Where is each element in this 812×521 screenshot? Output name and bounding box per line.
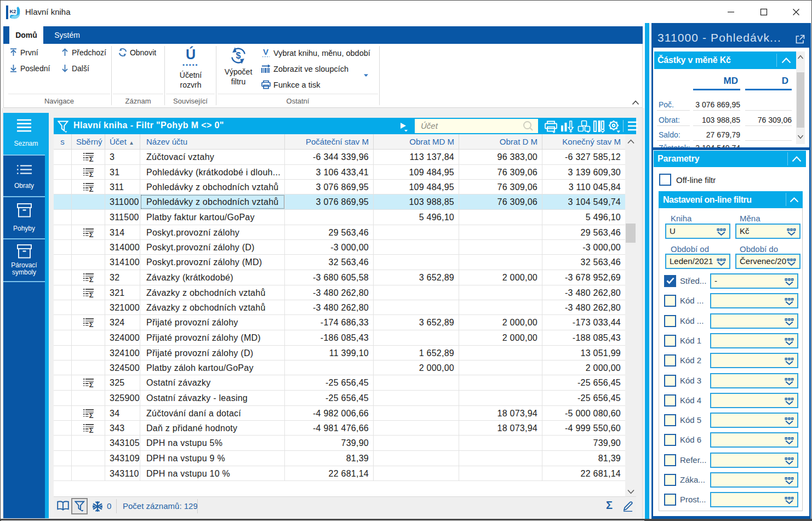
svg-text:Σ: Σ <box>89 231 93 238</box>
svg-text:K2: K2 <box>9 8 16 14</box>
svg-text:Σ: Σ <box>89 276 93 283</box>
svg-text:V: V <box>263 48 268 56</box>
svg-text:Σ: Σ <box>89 411 93 419</box>
svg-text:Σ: Σ <box>89 320 93 328</box>
svg-text:Σ: Σ <box>89 291 93 298</box>
svg-text:Σ: Σ <box>89 170 93 178</box>
svg-text:$: $ <box>236 51 241 60</box>
svg-text:Σ: Σ <box>89 185 93 192</box>
svg-text:Σ: Σ <box>89 155 93 162</box>
svg-text:Σ: Σ <box>89 381 93 388</box>
svg-text:Σ: Σ <box>89 426 93 433</box>
